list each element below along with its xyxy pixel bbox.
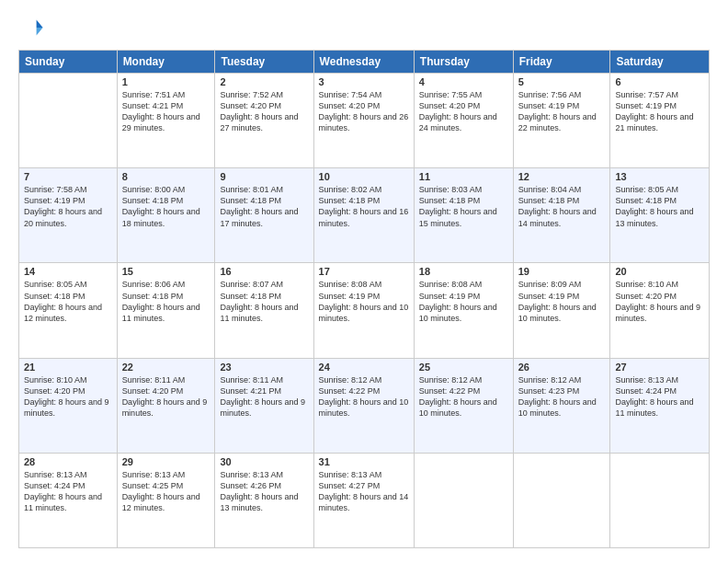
day-info: Sunrise: 8:04 AMSunset: 4:18 PMDaylight:… [518, 184, 606, 229]
calendar-cell: 6Sunrise: 7:57 AMSunset: 4:19 PMDaylight… [610, 74, 710, 168]
calendar-cell [19, 74, 118, 168]
day-info: Sunrise: 8:11 AMSunset: 4:21 PMDaylight:… [220, 374, 308, 419]
day-info: Sunrise: 7:52 AMSunset: 4:20 PMDaylight:… [220, 89, 308, 134]
day-number: 27 [615, 362, 704, 373]
day-number: 20 [615, 266, 704, 277]
day-info: Sunrise: 8:13 AMSunset: 4:27 PMDaylight:… [319, 469, 409, 514]
day-number: 5 [518, 76, 606, 87]
day-number: 1 [122, 76, 210, 87]
day-info: Sunrise: 8:13 AMSunset: 4:25 PMDaylight:… [122, 469, 210, 514]
day-number: 17 [319, 266, 409, 277]
calendar-cell: 5Sunrise: 7:56 AMSunset: 4:19 PMDaylight… [513, 74, 610, 168]
day-number: 13 [615, 171, 704, 182]
calendar-cell: 30Sunrise: 8:13 AMSunset: 4:26 PMDayligh… [215, 453, 313, 547]
logo [18, 15, 48, 40]
day-info: Sunrise: 8:12 AMSunset: 4:23 PMDaylight:… [518, 374, 606, 419]
calendar-cell: 16Sunrise: 8:07 AMSunset: 4:18 PMDayligh… [215, 263, 313, 358]
day-number: 24 [319, 362, 409, 373]
calendar-cell: 3Sunrise: 7:54 AMSunset: 4:20 PMDaylight… [313, 74, 414, 168]
page: SundayMondayTuesdayWednesdayThursdayFrid… [0, 0, 728, 563]
day-number: 9 [220, 171, 308, 182]
calendar-cell: 13Sunrise: 8:05 AMSunset: 4:18 PMDayligh… [610, 168, 710, 263]
calendar-cell: 4Sunrise: 7:55 AMSunset: 4:20 PMDaylight… [414, 74, 513, 168]
weekday-header: Monday [117, 51, 215, 74]
day-number: 30 [220, 456, 308, 467]
calendar-cell: 21Sunrise: 8:10 AMSunset: 4:20 PMDayligh… [19, 358, 118, 453]
day-info: Sunrise: 7:54 AMSunset: 4:20 PMDaylight:… [319, 89, 409, 134]
calendar-week-row: 1Sunrise: 7:51 AMSunset: 4:21 PMDaylight… [19, 74, 710, 168]
day-info: Sunrise: 8:10 AMSunset: 4:20 PMDaylight:… [615, 279, 704, 324]
calendar-cell: 17Sunrise: 8:08 AMSunset: 4:19 PMDayligh… [313, 263, 414, 358]
calendar-cell: 23Sunrise: 8:11 AMSunset: 4:21 PMDayligh… [215, 358, 313, 453]
svg-marker-0 [37, 20, 43, 28]
day-info: Sunrise: 8:12 AMSunset: 4:22 PMDaylight:… [319, 374, 409, 419]
calendar-week-row: 28Sunrise: 8:13 AMSunset: 4:24 PMDayligh… [19, 453, 710, 547]
day-info: Sunrise: 7:58 AMSunset: 4:19 PMDaylight:… [24, 184, 112, 229]
calendar-cell: 14Sunrise: 8:05 AMSunset: 4:18 PMDayligh… [19, 263, 118, 358]
calendar-cell: 2Sunrise: 7:52 AMSunset: 4:20 PMDaylight… [215, 74, 313, 168]
day-info: Sunrise: 8:13 AMSunset: 4:24 PMDaylight:… [24, 469, 112, 514]
day-number: 6 [615, 76, 704, 87]
day-info: Sunrise: 8:05 AMSunset: 4:18 PMDaylight:… [615, 184, 704, 229]
calendar-cell: 29Sunrise: 8:13 AMSunset: 4:25 PMDayligh… [117, 453, 215, 547]
calendar-cell: 26Sunrise: 8:12 AMSunset: 4:23 PMDayligh… [513, 358, 610, 453]
calendar-cell: 10Sunrise: 8:02 AMSunset: 4:18 PMDayligh… [313, 168, 414, 263]
calendar-cell: 24Sunrise: 8:12 AMSunset: 4:22 PMDayligh… [313, 358, 414, 453]
calendar-cell: 9Sunrise: 8:01 AMSunset: 4:18 PMDaylight… [215, 168, 313, 263]
calendar-cell: 22Sunrise: 8:11 AMSunset: 4:20 PMDayligh… [117, 358, 215, 453]
day-info: Sunrise: 7:51 AMSunset: 4:21 PMDaylight:… [122, 89, 210, 134]
day-info: Sunrise: 7:57 AMSunset: 4:19 PMDaylight:… [615, 89, 704, 134]
calendar-cell: 27Sunrise: 8:13 AMSunset: 4:24 PMDayligh… [610, 358, 710, 453]
day-info: Sunrise: 8:13 AMSunset: 4:26 PMDaylight:… [220, 469, 308, 514]
calendar-cell: 15Sunrise: 8:06 AMSunset: 4:18 PMDayligh… [117, 263, 215, 358]
day-info: Sunrise: 8:01 AMSunset: 4:18 PMDaylight:… [220, 184, 308, 229]
header [18, 15, 710, 40]
calendar-cell: 12Sunrise: 8:04 AMSunset: 4:18 PMDayligh… [513, 168, 610, 263]
calendar-week-row: 21Sunrise: 8:10 AMSunset: 4:20 PMDayligh… [19, 358, 710, 453]
day-info: Sunrise: 8:13 AMSunset: 4:24 PMDaylight:… [615, 374, 704, 419]
day-info: Sunrise: 8:00 AMSunset: 4:18 PMDaylight:… [122, 184, 210, 229]
day-number: 21 [24, 362, 112, 373]
day-number: 31 [319, 456, 409, 467]
day-info: Sunrise: 8:06 AMSunset: 4:18 PMDaylight:… [122, 279, 210, 324]
logo-icon [18, 15, 44, 40]
day-number: 3 [319, 76, 409, 87]
day-number: 19 [518, 266, 606, 277]
day-number: 16 [220, 266, 308, 277]
weekday-header: Sunday [19, 51, 118, 74]
weekday-header: Saturday [610, 51, 710, 74]
calendar-table: SundayMondayTuesdayWednesdayThursdayFrid… [18, 50, 710, 548]
day-info: Sunrise: 8:08 AMSunset: 4:19 PMDaylight:… [319, 279, 409, 324]
day-number: 25 [419, 362, 508, 373]
day-number: 18 [419, 266, 508, 277]
day-number: 4 [419, 76, 508, 87]
day-number: 10 [319, 171, 409, 182]
calendar-cell: 8Sunrise: 8:00 AMSunset: 4:18 PMDaylight… [117, 168, 215, 263]
day-info: Sunrise: 8:05 AMSunset: 4:18 PMDaylight:… [24, 279, 112, 324]
calendar-cell: 11Sunrise: 8:03 AMSunset: 4:18 PMDayligh… [414, 168, 513, 263]
day-info: Sunrise: 8:11 AMSunset: 4:20 PMDaylight:… [122, 374, 210, 419]
day-info: Sunrise: 8:10 AMSunset: 4:20 PMDaylight:… [24, 374, 112, 419]
weekday-header: Friday [513, 51, 610, 74]
calendar-cell: 18Sunrise: 8:08 AMSunset: 4:19 PMDayligh… [414, 263, 513, 358]
day-number: 15 [122, 266, 210, 277]
svg-marker-1 [37, 28, 43, 35]
day-info: Sunrise: 8:07 AMSunset: 4:18 PMDaylight:… [220, 279, 308, 324]
day-info: Sunrise: 8:08 AMSunset: 4:19 PMDaylight:… [419, 279, 508, 324]
weekday-header: Tuesday [215, 51, 313, 74]
day-number: 2 [220, 76, 308, 87]
day-number: 14 [24, 266, 112, 277]
calendar-week-row: 14Sunrise: 8:05 AMSunset: 4:18 PMDayligh… [19, 263, 710, 358]
calendar-cell: 19Sunrise: 8:09 AMSunset: 4:19 PMDayligh… [513, 263, 610, 358]
calendar-cell [513, 453, 610, 547]
calendar-cell: 28Sunrise: 8:13 AMSunset: 4:24 PMDayligh… [19, 453, 118, 547]
day-number: 8 [122, 171, 210, 182]
day-number: 29 [122, 456, 210, 467]
day-info: Sunrise: 8:02 AMSunset: 4:18 PMDaylight:… [319, 184, 409, 229]
day-info: Sunrise: 8:12 AMSunset: 4:22 PMDaylight:… [419, 374, 508, 419]
calendar-cell: 31Sunrise: 8:13 AMSunset: 4:27 PMDayligh… [313, 453, 414, 547]
day-number: 22 [122, 362, 210, 373]
calendar-cell: 1Sunrise: 7:51 AMSunset: 4:21 PMDaylight… [117, 74, 215, 168]
day-number: 12 [518, 171, 606, 182]
calendar-cell [610, 453, 710, 547]
